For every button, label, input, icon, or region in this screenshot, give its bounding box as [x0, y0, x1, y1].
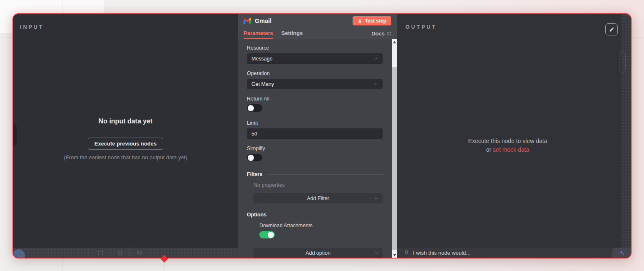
execute-previous-nodes-button[interactable]: Execute previous nodes — [88, 138, 164, 150]
controls-divider — [149, 249, 149, 256]
fit-view-button[interactable] — [91, 248, 110, 258]
chevron-down-icon — [373, 56, 378, 61]
edit-output-button[interactable] — [605, 23, 618, 35]
zoom-in-icon — [117, 250, 123, 256]
input-panel: INPUT No input data yet Execute previous… — [13, 14, 238, 248]
toggle-knob — [268, 232, 274, 238]
tab-parameters[interactable]: Parameters — [244, 28, 273, 39]
node-details-modal: INPUT No input data yet Execute previous… — [12, 13, 632, 258]
options-section-header: Options — [247, 212, 383, 218]
add-filter-button[interactable]: Add Filter — [254, 193, 383, 203]
triangle-down-icon — [393, 254, 396, 256]
simplify-field: Simplify — [247, 146, 383, 163]
limit-label: Limit — [247, 120, 383, 126]
flask-icon — [358, 18, 362, 23]
limit-field: Limit 50 — [247, 120, 383, 139]
fit-view-icon — [98, 250, 103, 256]
input-empty-title: No input data yet — [13, 118, 238, 125]
input-empty-hint: (From the earliest node that has no outp… — [57, 154, 194, 161]
parameters-scrollbar[interactable] — [392, 39, 397, 258]
node-settings-panel: Gmail Test step Parameters Settings Docs… — [238, 14, 397, 258]
limit-input[interactable]: 50 — [247, 128, 383, 139]
resource-select[interactable]: Message — [247, 53, 383, 64]
filters-section-header: Filters — [247, 171, 383, 177]
chevron-down-icon — [374, 251, 378, 255]
triangle-up-icon — [393, 41, 396, 43]
node-tabs: Parameters Settings Docs — [238, 28, 397, 39]
download-attachments-label: Download Attachments — [259, 223, 383, 228]
output-panel: OUTPUT Execute this node to view data or… — [397, 14, 631, 248]
output-empty-line1: Execute this node to view data — [397, 137, 618, 146]
resource-value: Message — [251, 56, 273, 62]
node-title: Gmail — [255, 18, 271, 24]
add-filter-label: Add Filter — [307, 196, 329, 201]
resource-field: Resource Message — [247, 45, 383, 64]
panel-resize-handle-right[interactable] — [619, 51, 626, 73]
return-all-toggle[interactable] — [247, 104, 262, 112]
canvas-controls — [91, 248, 149, 258]
gmail-logo-icon — [244, 18, 251, 24]
operation-select[interactable]: Get Many — [247, 79, 383, 89]
simplify-label: Simplify — [247, 146, 383, 151]
operation-label: Operation — [247, 70, 383, 76]
resource-label: Resource — [247, 45, 383, 51]
docs-label: Docs — [371, 30, 385, 37]
toggle-knob — [248, 105, 254, 111]
scrollbar-thumb[interactable] — [392, 67, 397, 250]
toggle-knob — [248, 155, 254, 161]
simplify-toggle[interactable] — [247, 154, 262, 161]
docs-link[interactable]: Docs — [371, 28, 391, 39]
external-link-icon — [387, 31, 391, 36]
zoom-in-button[interactable] — [110, 248, 129, 258]
ai-assistant-button[interactable] — [612, 248, 631, 258]
chevron-down-icon — [373, 82, 378, 86]
output-empty-line2: or set mock data — [397, 146, 618, 154]
parameters-form: Resource Message Operation Get Many Retu… — [238, 39, 392, 258]
or-text: or — [486, 146, 491, 153]
scroll-down-arrow[interactable] — [392, 252, 397, 258]
return-all-label: Return All — [247, 96, 383, 102]
add-option-label: Add option — [306, 250, 331, 256]
output-panel-title: OUTPUT — [405, 24, 437, 30]
scroll-up-arrow[interactable] — [392, 39, 397, 45]
set-mock-data-link[interactable]: set mock data — [493, 146, 529, 153]
download-attachments-toggle[interactable] — [259, 231, 275, 238]
operation-field: Operation Get Many — [247, 70, 383, 89]
add-option-button[interactable]: Add option — [254, 248, 383, 258]
canvas-edge-dots — [622, 14, 631, 248]
chevron-down-icon — [374, 196, 378, 201]
return-all-field: Return All — [247, 96, 383, 113]
canvas-strip — [13, 248, 238, 258]
node-feedback-bar: I wish this node would... — [397, 248, 631, 258]
wish-input[interactable]: I wish this node would... — [413, 250, 612, 256]
node-header: Gmail Test step — [238, 14, 397, 28]
test-step-button[interactable]: Test step — [353, 16, 391, 25]
operation-value: Get Many — [251, 81, 274, 87]
lightbulb-icon — [404, 250, 409, 256]
input-empty-state: No input data yet Execute previous nodes… — [13, 118, 238, 161]
input-panel-title: INPUT — [20, 24, 44, 30]
test-step-label: Test step — [365, 18, 386, 24]
filters-empty-text: No properties — [254, 182, 383, 188]
background-node-dot — [13, 249, 25, 258]
tab-settings[interactable]: Settings — [281, 28, 303, 39]
download-attachments-field: Download Attachments — [259, 223, 383, 240]
ai-sparkle-icon — [619, 250, 625, 256]
output-empty-state: Execute this node to view data or set mo… — [397, 137, 618, 154]
pencil-icon — [609, 27, 614, 32]
zoom-out-button[interactable] — [130, 248, 149, 258]
zoom-out-icon — [137, 250, 142, 256]
limit-value: 50 — [251, 131, 257, 137]
